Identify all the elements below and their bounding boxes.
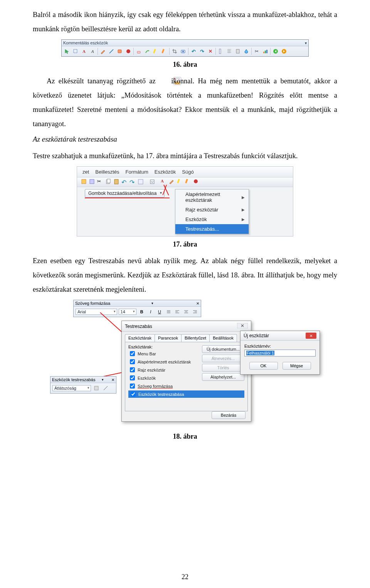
cut-icon[interactable]: ✂ xyxy=(97,179,104,186)
prev-icon[interactable] xyxy=(272,47,279,55)
toolbar-name-input[interactable]: Felhasználói 1 xyxy=(244,350,316,357)
crop-icon[interactable] xyxy=(171,47,178,55)
svg-rect-20 xyxy=(90,179,94,184)
tab-beallitasok[interactable]: Beállítások xyxy=(209,334,237,342)
menu-item[interactable]: zet xyxy=(82,168,90,176)
tb-icon[interactable] xyxy=(92,384,100,392)
close-icon[interactable] xyxy=(237,323,248,329)
scissors-icon[interactable]: ✂ xyxy=(253,47,261,55)
submenu-item[interactable]: Eszközök▶ xyxy=(175,215,249,224)
next-icon[interactable] xyxy=(280,47,288,55)
checkbox[interactable] xyxy=(130,351,135,356)
svg-point-8 xyxy=(182,51,184,52)
toolbar-dropdown-icon[interactable]: ▾ xyxy=(305,41,307,45)
tab-billentyuzet[interactable]: Billentyűzet xyxy=(181,334,210,342)
svg-rect-2 xyxy=(118,50,121,53)
menu-item[interactable]: Súgó xyxy=(181,168,194,176)
calc-icon[interactable] xyxy=(234,47,242,55)
marker-orange-icon[interactable] xyxy=(160,47,168,55)
toolbar-dropdown-icon[interactable]: ▾ xyxy=(151,301,153,305)
menu-item[interactable]: Beillesztés xyxy=(94,168,120,176)
font-size-select[interactable]: 14 xyxy=(119,309,137,315)
undo-icon[interactable]: ↶ xyxy=(190,47,197,55)
checkbox[interactable] xyxy=(130,384,135,389)
menu-item[interactable]: Eszközök xyxy=(154,168,177,176)
toolbar-title: Eszközök testreszabás xyxy=(52,377,96,382)
toolbar-checkbox-selected[interactable]: Eszközök testreszabása xyxy=(128,390,244,398)
marker-icon[interactable] xyxy=(185,179,192,186)
grid-icon[interactable] xyxy=(225,47,233,55)
menu-item[interactable]: Formátum xyxy=(124,168,149,176)
submenu-item[interactable]: Alapértelmezett eszköztárak▶ xyxy=(175,189,249,205)
dialog-title: Testreszabás xyxy=(125,324,152,329)
undo-icon[interactable]: ↶ xyxy=(121,179,128,186)
opacity-select[interactable]: Átlátszóság xyxy=(52,385,91,391)
paste-icon[interactable] xyxy=(113,179,120,186)
checkbox[interactable] xyxy=(130,375,135,380)
reset-button[interactable]: Alaphelyzet... xyxy=(202,373,244,381)
delete-button[interactable]: Törlés xyxy=(202,364,244,372)
dropdown-trigger-icon[interactable] xyxy=(149,179,156,186)
paragraph-2-pre: Az elkészült tananyag rögzíthető az xyxy=(47,77,159,85)
pencil-icon[interactable] xyxy=(99,47,107,55)
close-icon[interactable]: ✕ xyxy=(196,301,199,306)
delete-icon[interactable]: ✕ xyxy=(207,47,214,55)
highlight-text-icon[interactable]: A xyxy=(89,47,96,55)
fill-icon[interactable] xyxy=(124,47,132,55)
brush-icon[interactable] xyxy=(143,47,151,55)
pointer-icon[interactable] xyxy=(63,47,71,55)
svg-rect-23 xyxy=(114,179,118,184)
tb-icon[interactable] xyxy=(138,179,145,186)
add-remove-buttons[interactable]: Gombok hozzáadása/eltávolítása xyxy=(85,189,165,198)
underline-button[interactable]: U xyxy=(156,308,163,316)
bold-button[interactable]: B xyxy=(138,308,145,316)
close-icon[interactable]: ✕ xyxy=(111,378,114,382)
shape-icon[interactable] xyxy=(116,47,124,55)
ruler-icon[interactable] xyxy=(217,47,225,55)
submenu-item-testreszabas[interactable]: Testreszabás... xyxy=(175,224,249,234)
close-button[interactable]: Bezárás xyxy=(212,411,246,419)
align-left-icon[interactable] xyxy=(174,308,181,316)
rename-button[interactable]: Átnevezés... xyxy=(202,355,244,362)
copy-icon[interactable] xyxy=(105,179,112,186)
checkbox[interactable] xyxy=(130,367,135,372)
tb-icon[interactable] xyxy=(102,384,109,392)
marker-icon[interactable] xyxy=(177,179,184,186)
submenu-item[interactable]: Rajz eszköztár▶ xyxy=(175,205,249,215)
cancel-button[interactable]: Mégse xyxy=(283,362,311,370)
new-document-button[interactable]: Új dokumentum... xyxy=(202,345,244,353)
submenu-label: Rajz eszköztár xyxy=(185,207,218,213)
italic-button[interactable]: I xyxy=(147,308,154,316)
redo-icon[interactable]: ↷ xyxy=(198,47,206,55)
separator-icon xyxy=(270,48,271,55)
eraser-icon[interactable] xyxy=(135,47,143,55)
checkbox-label: Rajz eszköztár xyxy=(138,368,165,372)
svg-point-28 xyxy=(194,179,198,183)
svg-rect-6 xyxy=(161,49,165,54)
capture-icon[interactable] xyxy=(179,47,187,55)
flood-icon[interactable] xyxy=(242,47,250,55)
checkbox[interactable] xyxy=(130,359,135,364)
redo-icon[interactable]: ↷ xyxy=(130,179,136,186)
tab-parancsok[interactable]: Parancsok xyxy=(155,334,182,342)
tb-icon[interactable] xyxy=(89,179,96,186)
checkbox[interactable] xyxy=(131,392,136,397)
line-icon[interactable] xyxy=(108,47,115,55)
font-family-select[interactable]: Arial xyxy=(76,309,117,315)
align-center-icon[interactable] xyxy=(183,308,190,316)
fill-icon[interactable] xyxy=(193,179,200,186)
list-icon[interactable] xyxy=(165,308,172,316)
align-right-icon[interactable] xyxy=(192,308,199,316)
toolbar-checkbox[interactable]: Szöveg formázása xyxy=(128,382,244,390)
close-icon[interactable]: ✕ xyxy=(306,333,316,339)
marker-yellow-icon[interactable] xyxy=(152,47,160,55)
figure-18-caption: 18. ábra xyxy=(33,433,337,441)
toolbar-dropdown-icon[interactable]: ▾ xyxy=(102,378,104,382)
ok-button[interactable]: OK xyxy=(249,362,278,370)
text-icon[interactable]: A xyxy=(80,47,88,55)
tab-eszkoztarak[interactable]: Eszköztárak xyxy=(125,334,155,342)
select-icon[interactable] xyxy=(72,47,79,55)
pencil-icon[interactable] xyxy=(169,179,176,186)
chart-icon[interactable] xyxy=(261,47,269,55)
tb-icon[interactable] xyxy=(81,179,88,186)
